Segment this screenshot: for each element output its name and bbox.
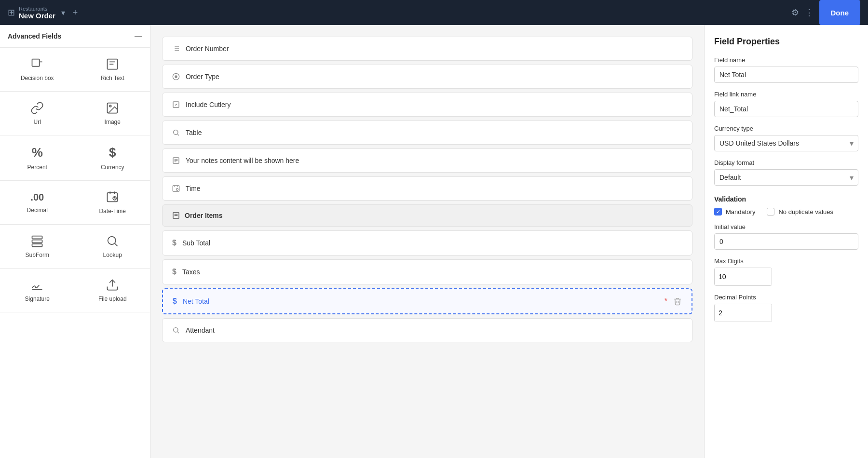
field-label-file-upload: File upload bbox=[98, 296, 127, 302]
display-format-wrapper: Default bbox=[714, 169, 858, 186]
topnav-breadcrumb: Restaurants bbox=[19, 6, 55, 12]
form-row-include-cutlery[interactable]: Include Cutlery bbox=[162, 93, 692, 117]
decimal-icon: .00 bbox=[30, 192, 44, 203]
more-options-icon[interactable]: ⋮ bbox=[805, 7, 814, 18]
svg-line-17 bbox=[115, 243, 118, 246]
svg-rect-15 bbox=[32, 244, 42, 247]
file-upload-icon bbox=[106, 278, 119, 292]
app-icon: ⊞ bbox=[8, 7, 15, 18]
currency-type-label: Currency type bbox=[714, 125, 858, 132]
initial-value-input[interactable] bbox=[714, 233, 858, 250]
include-cutlery-label: Include Cutlery bbox=[186, 101, 682, 108]
minimize-icon[interactable]: — bbox=[135, 32, 142, 40]
field-label-url: Url bbox=[34, 119, 41, 125]
fields-grid: Decision box Rich Text Url bbox=[0, 48, 150, 312]
topnav-main-title: New Order bbox=[19, 12, 55, 20]
rich-text-icon bbox=[106, 57, 119, 71]
include-cutlery-icon bbox=[172, 101, 180, 108]
form-row-table[interactable]: Table bbox=[162, 121, 692, 145]
field-item-decision-box[interactable]: Decision box bbox=[0, 48, 75, 92]
currency-icon: $ bbox=[109, 145, 116, 160]
done-button[interactable]: Done bbox=[819, 0, 861, 25]
form-row-time[interactable]: Time bbox=[162, 176, 692, 201]
mandatory-row: Mandatory No duplicate values bbox=[714, 208, 858, 216]
right-panel: Field Properties Field name Field link n… bbox=[704, 25, 868, 458]
topnav-chevron-icon[interactable]: ▾ bbox=[61, 8, 65, 17]
svg-rect-13 bbox=[32, 236, 42, 239]
field-label-decision-box: Decision box bbox=[21, 75, 54, 81]
field-item-currency[interactable]: $ Currency bbox=[75, 135, 150, 181]
svg-point-16 bbox=[108, 237, 116, 244]
field-item-signature[interactable]: Signature bbox=[0, 269, 75, 312]
svg-line-41 bbox=[177, 332, 179, 333]
center-panel: Order Number Order Type Include Cutlery … bbox=[150, 25, 704, 458]
section-header-order-items[interactable]: Order Items bbox=[162, 204, 692, 227]
svg-rect-14 bbox=[32, 240, 42, 243]
max-digits-input[interactable] bbox=[715, 268, 772, 285]
field-label-image: Image bbox=[105, 119, 121, 125]
order-type-icon bbox=[172, 73, 180, 81]
signature-icon bbox=[30, 278, 44, 292]
mandatory-checkbox[interactable] bbox=[714, 208, 722, 216]
notes-label: Your notes content will be shown here bbox=[186, 157, 682, 164]
currency-type-wrapper: USD United States Dollars bbox=[714, 135, 858, 151]
field-item-rich-text[interactable]: Rich Text bbox=[75, 48, 150, 92]
section-label: Order Items bbox=[185, 212, 223, 219]
svg-rect-35 bbox=[173, 186, 179, 191]
required-indicator: * bbox=[665, 297, 667, 306]
field-label-signature: Signature bbox=[25, 296, 50, 302]
no-duplicate-checkbox[interactable] bbox=[767, 208, 774, 216]
form-row-order-type[interactable]: Order Type bbox=[162, 65, 692, 89]
field-item-url[interactable]: Url bbox=[0, 92, 75, 135]
settings-icon[interactable]: ⚙ bbox=[791, 7, 799, 18]
field-item-subform[interactable]: SubForm bbox=[0, 225, 75, 269]
form-row-order-number[interactable]: Order Number bbox=[162, 37, 692, 61]
table-label: Table bbox=[186, 129, 682, 136]
table-search-icon bbox=[172, 129, 180, 136]
field-label-subform: SubForm bbox=[26, 252, 49, 258]
field-item-datetime[interactable]: Date-Time bbox=[75, 181, 150, 225]
order-number-label: Order Number bbox=[186, 45, 682, 53]
decimal-points-label: Decimal Points bbox=[714, 294, 858, 301]
svg-line-30 bbox=[177, 134, 179, 135]
form-row-sub-total[interactable]: $ Sub Total bbox=[162, 230, 692, 256]
main-layout: Advanced Fields — Decision box Rich Text bbox=[0, 25, 868, 458]
decimal-points-input[interactable] bbox=[715, 304, 772, 322]
svg-rect-0 bbox=[32, 59, 40, 67]
form-row-notes[interactable]: Your notes content will be shown here bbox=[162, 148, 692, 173]
time-label: Time bbox=[186, 185, 682, 192]
svg-point-40 bbox=[174, 328, 178, 332]
field-item-lookup[interactable]: Lookup bbox=[75, 225, 150, 269]
field-item-percent[interactable]: % Percent bbox=[0, 135, 75, 181]
topnav-left: ⊞ Restaurants New Order ▾ + bbox=[8, 6, 787, 20]
order-type-label: Order Type bbox=[186, 73, 682, 81]
sub-total-dollar-icon: $ bbox=[172, 239, 176, 247]
form-row-attendant[interactable]: Attendant bbox=[162, 318, 692, 342]
display-format-select[interactable]: Default bbox=[714, 169, 858, 186]
net-total-label: Net Total bbox=[183, 297, 657, 305]
form-row-taxes[interactable]: $ Taxes bbox=[162, 259, 692, 284]
field-name-input[interactable] bbox=[714, 67, 858, 83]
field-label-percent: Percent bbox=[27, 164, 47, 171]
topnav-plus-icon[interactable]: + bbox=[73, 8, 78, 18]
notes-icon bbox=[172, 157, 180, 164]
field-link-name-input[interactable] bbox=[714, 101, 858, 117]
left-panel-header: Advanced Fields — bbox=[0, 25, 150, 48]
decision-box-icon bbox=[30, 57, 44, 71]
validation-title: Validation bbox=[714, 195, 858, 203]
taxes-label: Taxes bbox=[182, 268, 682, 276]
field-item-image[interactable]: Image bbox=[75, 92, 150, 135]
svg-point-36 bbox=[176, 189, 178, 190]
svg-point-29 bbox=[174, 130, 178, 135]
svg-point-27 bbox=[175, 76, 177, 78]
image-icon bbox=[106, 101, 119, 115]
field-item-file-upload[interactable]: File upload bbox=[75, 269, 150, 312]
order-number-icon bbox=[172, 45, 180, 53]
field-item-decimal[interactable]: .00 Decimal bbox=[0, 181, 75, 225]
form-row-net-total[interactable]: $ Net Total * bbox=[162, 288, 692, 314]
currency-type-select[interactable]: USD United States Dollars bbox=[714, 135, 858, 151]
svg-point-6 bbox=[109, 105, 111, 107]
right-panel-title: Field Properties bbox=[714, 37, 858, 47]
url-icon bbox=[30, 101, 44, 115]
delete-field-icon[interactable] bbox=[673, 297, 682, 306]
